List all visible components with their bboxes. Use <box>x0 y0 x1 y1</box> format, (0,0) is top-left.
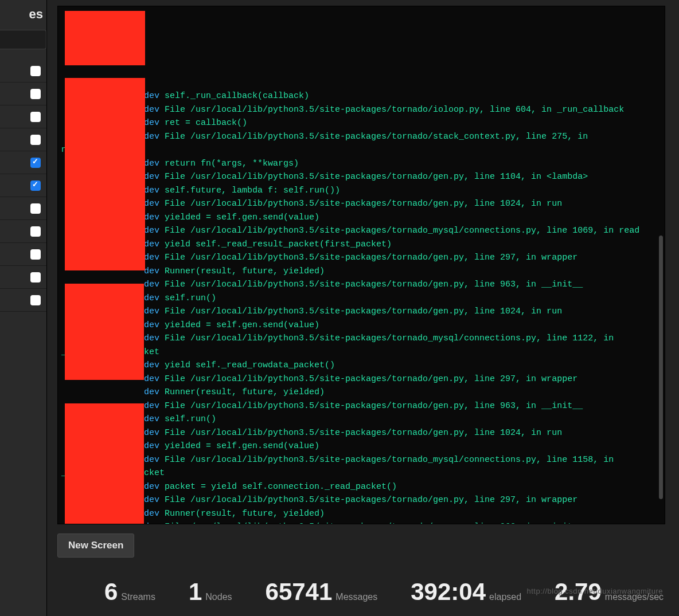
log-tag: dev <box>144 482 165 492</box>
log-line: dev self.run() <box>61 292 661 305</box>
stat-value: 65741 <box>266 578 333 606</box>
filter-checkbox[interactable] <box>30 89 41 99</box>
stat-messages: 65741 Messages <box>266 578 378 606</box>
sidebar-item[interactable] <box>0 174 46 197</box>
filter-checkbox[interactable] <box>30 226 41 237</box>
log-text: File /usr/local/lib/python3.5/site-packa… <box>165 280 583 289</box>
log-tag: dev <box>144 172 165 182</box>
log-line: dev yield self._read_result_packet(first… <box>61 238 661 252</box>
log-tag: dev <box>144 199 165 209</box>
sidebar-item[interactable] <box>0 151 46 174</box>
stat-label: Streams <box>121 592 155 602</box>
sidebar-item[interactable] <box>0 289 46 312</box>
log-line: dev File /usr/local/lib/python3.5/site-p… <box>61 372 661 386</box>
scrollbar-thumb[interactable] <box>659 236 663 499</box>
log-line: dev File /usr/local/lib/python3.5/site-p… <box>61 520 661 524</box>
log-tag: dev <box>144 307 165 316</box>
stat-value: 6 <box>104 578 118 606</box>
filter-checkbox[interactable] <box>30 66 41 76</box>
log-line: dev File /usr/local/lib/python3.5/site-p… <box>61 453 661 467</box>
filter-checkbox[interactable] <box>30 203 41 214</box>
log-text: File /usr/local/lib/python3.5/site-packa… <box>165 199 562 209</box>
log-text: ret = callback() <box>165 118 247 128</box>
sidebar-item[interactable] <box>0 197 46 220</box>
log-text: self.future, lambda f: self.run()) <box>165 186 340 195</box>
log-line: dev File /usr/local/lib/python3.5/site-p… <box>61 170 661 184</box>
sidebar-item[interactable] <box>0 266 46 289</box>
log-tag: dev <box>144 186 165 195</box>
filter-checkbox[interactable] <box>30 135 41 145</box>
log-line: dev File /usr/local/lib/python3.5/site-p… <box>61 197 661 211</box>
log-text: File /usr/local/lib/python3.5/site-packa… <box>165 455 614 465</box>
stat-nodes: 1 Nodes <box>189 578 232 606</box>
log-text: yielded = self.gen.send(value) <box>165 213 319 222</box>
log-line: dev File /usr/local/lib/python3.5/site-p… <box>61 224 661 238</box>
log-line: _read_rowdata_packet <box>61 466 661 480</box>
redacted-block <box>65 284 144 380</box>
log-tag: dev <box>144 266 165 276</box>
filter-checkbox[interactable] <box>30 249 41 260</box>
new-screen-button[interactable]: New Screen <box>57 533 134 558</box>
log-tag: dev <box>144 132 165 142</box>
filter-checkbox[interactable] <box>30 158 41 168</box>
log-line: _read_result_packet <box>61 346 661 359</box>
redacted-block <box>65 11 145 65</box>
stat-label: elapsed <box>489 592 521 602</box>
sidebar-item[interactable] <box>0 83 46 105</box>
log-text: File /usr/local/lib/python3.5/site-packa… <box>165 495 577 505</box>
log-text: File /usr/local/lib/python3.5/site-packa… <box>165 307 562 316</box>
sidebar-item[interactable] <box>0 105 46 128</box>
log-content: dev self._run_callback(callback)dev File… <box>61 9 661 524</box>
stat-value: 392:04 <box>411 578 486 606</box>
log-line: dev return fn(*args, **kwargs) <box>61 157 661 171</box>
log-text: yield self._read_result_packet(first_pac… <box>165 240 392 249</box>
log-line: dev File /usr/local/lib/python3.5/site-p… <box>61 278 661 292</box>
log-tag: dev <box>144 509 165 519</box>
log-text: yielded = self.gen.send(value) <box>165 441 319 451</box>
sidebar-search-input[interactable] <box>0 30 46 49</box>
sidebar-item[interactable] <box>0 128 46 151</box>
log-line: dev self.future, lambda f: self.run()) <box>61 184 661 198</box>
log-line: dev Runner(result, future, yielded) <box>61 507 661 521</box>
log-line: dev File /usr/local/lib/python3.5/site-p… <box>61 305 661 319</box>
filter-checkbox[interactable] <box>30 181 41 191</box>
log-text: File /usr/local/lib/python3.5/site-packa… <box>165 226 639 236</box>
log-tag: dev <box>144 441 165 451</box>
stat-value: 1 <box>189 578 202 606</box>
sidebar-item[interactable] <box>0 60 46 83</box>
log-tag: dev <box>144 495 165 505</box>
stat-label: Nodes <box>205 592 232 602</box>
log-pane[interactable]: dev self._run_callback(callback)dev File… <box>57 6 665 524</box>
filter-checkbox[interactable] <box>30 112 41 122</box>
log-line: dev Runner(result, future, yielded) <box>61 265 661 278</box>
log-line: dev File /usr/local/lib/python3.5/site-p… <box>61 251 661 265</box>
sidebar-heading: es <box>0 0 46 30</box>
log-text: File /usr/local/lib/python3.5/site-packa… <box>165 374 577 384</box>
filter-checkbox[interactable] <box>30 272 41 283</box>
log-line: null_wrapper <box>61 143 661 157</box>
log-tag: dev <box>144 374 165 384</box>
redacted-block <box>65 78 145 270</box>
log-tag: dev <box>144 91 165 101</box>
log-text: self.run() <box>165 293 216 303</box>
log-tag: dev <box>144 428 165 438</box>
log-line: dev File /usr/local/lib/python3.5/site-p… <box>61 103 661 117</box>
log-line: dev File /usr/local/lib/python3.5/site-p… <box>61 426 661 440</box>
sidebar-item[interactable] <box>0 243 46 266</box>
log-tag: dev <box>144 414 165 424</box>
log-line: dev File /usr/local/lib/python3.5/site-p… <box>61 130 661 144</box>
log-tag: dev <box>144 293 165 303</box>
sidebar-item[interactable] <box>0 220 46 243</box>
log-text: File /usr/local/lib/python3.5/site-packa… <box>165 428 562 438</box>
log-tag: dev <box>144 159 165 168</box>
filter-checkbox[interactable] <box>30 295 41 305</box>
log-tag: dev <box>144 105 165 115</box>
log-text: packet = yield self.connection._read_pac… <box>165 482 397 492</box>
log-tag: dev <box>144 522 165 524</box>
log-line: dev File /usr/local/lib/python3.5/site-p… <box>61 399 661 413</box>
log-text: Runner(result, future, yielded) <box>165 387 325 397</box>
log-tag: dev <box>144 240 165 249</box>
log-text: yield self._read_rowdata_packet() <box>165 360 335 370</box>
stat-streams: 6 Streams <box>104 578 155 606</box>
log-text: File /usr/local/lib/python3.5/site-packa… <box>165 522 583 524</box>
